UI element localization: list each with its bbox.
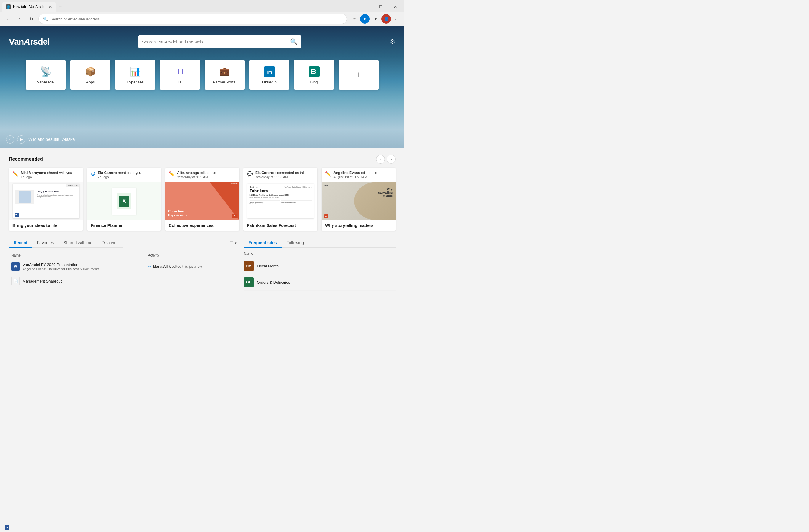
- quick-link-expenses[interactable]: 📊 Expenses: [115, 60, 155, 90]
- card-header: ✏️ Miki Maruyama shared with you 1hr ago: [9, 168, 83, 182]
- card-time: Yesterday at 11:03 AM: [255, 175, 314, 179]
- hero-search-input[interactable]: [142, 39, 288, 45]
- user-profile-button[interactable]: 👤: [381, 14, 391, 24]
- comment-icon: 💬: [247, 171, 253, 177]
- recommended-nav-arrows: ‹ ›: [376, 155, 396, 164]
- hero-search-bar[interactable]: 🔍: [138, 35, 301, 48]
- hero-search-icon[interactable]: 🔍: [290, 38, 298, 45]
- card-meta: Alba Arteaga edited this Yesterday at 9:…: [177, 171, 236, 179]
- file-info: Management Shareout: [22, 279, 62, 283]
- rec-card-finance-planner[interactable]: @ Ela Carerro mentioned you 2hr ago X: [87, 168, 161, 231]
- partner-portal-label: Partner Portal: [212, 80, 236, 84]
- activity-column-header: Activity: [146, 251, 237, 260]
- card-time: August 1st at 10:20 AM: [333, 175, 392, 179]
- card-author: Ela Carerro commented on this: [255, 171, 314, 175]
- site-item-fiscal-month[interactable]: FM Fiscal Month: [244, 258, 396, 274]
- bing-icon: ᗷ: [308, 66, 320, 77]
- linkedin-label: LinkedIn: [262, 80, 277, 84]
- recommended-next-arrow[interactable]: ›: [387, 155, 396, 164]
- caption-text: Wild and beautiful Alaska: [29, 137, 75, 142]
- svg-text:in: in: [266, 68, 272, 76]
- recommended-section: Recommended ‹ › ✏️ Miki Maruyama shared …: [9, 155, 396, 231]
- edge-button[interactable]: e: [360, 14, 369, 24]
- more-options-button[interactable]: ···: [392, 14, 401, 24]
- doc-preview: VanArsdel Bring your ideas to life All o…: [9, 182, 83, 220]
- quick-link-bing[interactable]: ᗷ Bing: [294, 60, 334, 90]
- back-button[interactable]: ‹: [3, 14, 13, 24]
- word-icon: W: [11, 263, 19, 271]
- quick-link-partner-portal[interactable]: 💼 Partner Portal: [205, 60, 245, 90]
- rec-card-fabrikam[interactable]: 💬 Ela Carerro commented on this Yesterda…: [243, 168, 317, 231]
- edit2-icon: ✏️: [169, 171, 175, 177]
- expenses-label: Expenses: [127, 80, 144, 84]
- minimize-button[interactable]: —: [359, 2, 373, 12]
- maximize-button[interactable]: ☐: [374, 2, 387, 12]
- tab-shared-with-me[interactable]: Shared with me: [58, 238, 97, 248]
- bottom-section: Recent Favorites Shared with me Discover…: [9, 238, 396, 290]
- caption-bar: ‹ ▶ Wild and beautiful Alaska: [6, 135, 75, 143]
- card-preview: X: [87, 182, 161, 220]
- address-bar: ‹ › ↻ 🔍 ☆ e ▾ 👤 ···: [0, 12, 404, 26]
- tab-following[interactable]: Following: [281, 238, 309, 248]
- hero-content: VanArsdel 🔍 ⚙ 📡 VanArsdel 📦 Apps 📊 Expen…: [0, 26, 404, 90]
- quick-link-apps[interactable]: 📦 Apps: [70, 60, 110, 90]
- forward-button[interactable]: ›: [15, 14, 24, 24]
- tab-close-button[interactable]: ✕: [49, 4, 52, 9]
- card-time: 2hr ago: [98, 175, 157, 179]
- quick-link-add[interactable]: +: [339, 60, 379, 90]
- it-icon: 🖥: [174, 66, 186, 77]
- file-name-cell: 📄 Management Shareout: [11, 277, 143, 285]
- card-preview: Creativity. VanArsdel Digital Strategy |…: [243, 182, 317, 220]
- hero-section: VanArsdel 🔍 ⚙ 📡 VanArsdel 📦 Apps 📊 Expen…: [0, 26, 404, 148]
- rec-card-bring-your-ideas[interactable]: ✏️ Miki Maruyama shared with you 1hr ago…: [9, 168, 83, 231]
- caption-play-button[interactable]: ▶: [17, 135, 25, 143]
- excel-preview: X: [87, 182, 161, 220]
- vanarsdel-icon: 📡: [40, 66, 52, 77]
- address-input[interactable]: [50, 17, 343, 21]
- edit-icon: ✏️: [13, 171, 18, 177]
- profile-dropdown-button[interactable]: ▾: [371, 14, 380, 24]
- file-row-vanarsdel[interactable]: W VanArsdel FY 2020 Presentation Angelin…: [9, 260, 237, 274]
- partner-portal-icon: 💼: [219, 66, 231, 77]
- card-header: ✏️ Alba Arteaga edited this Yesterday at…: [165, 168, 239, 182]
- tab-recent[interactable]: Recent: [9, 238, 32, 248]
- tab-favorites[interactable]: Favorites: [32, 238, 59, 248]
- activity-author: Maria Allik: [153, 265, 171, 269]
- site-item-orders-deliveries[interactable]: OD Orders & Deliveries: [244, 274, 396, 290]
- sites-section: Frequent sites Following Name FM Fiscal …: [244, 238, 396, 290]
- card-meta: Ela Carerro commented on this Yesterday …: [255, 171, 314, 179]
- card-title: Collective experiences: [165, 220, 239, 231]
- refresh-button[interactable]: ↻: [27, 14, 36, 24]
- it-label: IT: [178, 80, 182, 84]
- address-input-wrap[interactable]: 🔍: [38, 14, 347, 24]
- settings-gear-button[interactable]: ⚙: [390, 38, 396, 46]
- tab-label: New tab - VanArsdel: [13, 5, 45, 9]
- activity-description: edited this just now: [172, 265, 202, 269]
- card-meta: Miki Maruyama shared with you 1hr ago: [21, 171, 79, 179]
- quick-link-linkedin[interactable]: in LinkedIn: [249, 60, 289, 90]
- name-column-header: Name: [9, 251, 146, 260]
- apps-icon: 📦: [85, 66, 97, 77]
- recommended-prev-arrow[interactable]: ‹: [376, 155, 385, 164]
- files-section: Recent Favorites Shared with me Discover…: [9, 238, 237, 290]
- sites-tab-nav: Frequent sites Following: [244, 238, 396, 248]
- new-tab-button[interactable]: +: [56, 2, 65, 11]
- close-button[interactable]: ✕: [389, 2, 402, 12]
- tab-frequent-sites[interactable]: Frequent sites: [244, 238, 281, 248]
- rec-card-collective-experiences[interactable]: ✏️ Alba Arteaga edited this Yesterday at…: [165, 168, 239, 231]
- tab-discover[interactable]: Discover: [97, 238, 123, 248]
- file-activity: ✏ Maria Allik edited this just now: [148, 265, 235, 269]
- brand-logo: VanArsdel: [9, 37, 50, 47]
- quick-link-it[interactable]: 🖥 IT: [160, 60, 200, 90]
- rec-card-storytelling[interactable]: ✏️ Angeline Evans edited this August 1st…: [322, 168, 396, 231]
- tab-favicon: 🌐: [6, 4, 11, 9]
- window-controls: — ☐ ✕: [359, 2, 402, 12]
- svg-text:ᗷ: ᗷ: [311, 68, 316, 76]
- file-row-management[interactable]: 📄 Management Shareout: [9, 274, 237, 288]
- active-tab[interactable]: 🌐 New tab - VanArsdel ✕: [2, 2, 56, 12]
- caption-prev-button[interactable]: ‹: [6, 135, 14, 143]
- favorites-star-button[interactable]: ☆: [349, 14, 359, 24]
- quick-link-vanarsdel[interactable]: 📡 VanArsdel: [26, 60, 66, 90]
- view-filter-button[interactable]: ☰ ▾: [230, 241, 237, 245]
- recommended-header: Recommended ‹ ›: [9, 155, 396, 164]
